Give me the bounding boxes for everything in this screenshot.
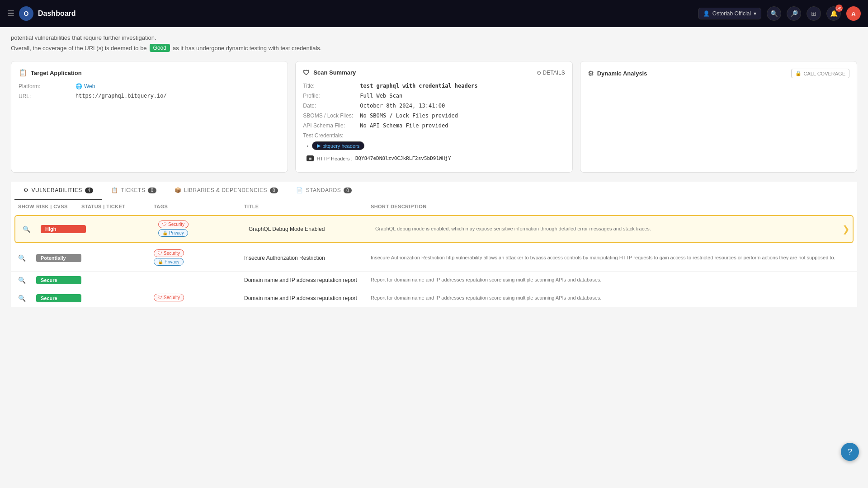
shield-sm4-icon: 🛡 <box>158 295 162 300</box>
row1-search-icon[interactable]: 🔍 <box>23 225 41 233</box>
shield-sm-icon: 🛡 <box>162 222 167 227</box>
tab-standards[interactable]: 📄 STANDARDS 0 <box>287 182 361 200</box>
org-name: Ostorlab Official <box>712 10 751 17</box>
target-app-title: Target Application <box>31 70 82 76</box>
org-icon: 👤 <box>703 10 710 17</box>
http-label: HTTP Headers : <box>316 156 352 161</box>
top-bar-right: 👤 Ostorlab Official ▾ 🔍 🔎 ⊞ 🔔 145 A <box>698 6 861 21</box>
help-button[interactable]: ? <box>841 443 859 461</box>
profile-value: Full Web Scan <box>360 93 402 99</box>
dynamic-analysis-actions: 🔒 CALL COVERAGE <box>791 69 849 78</box>
lock-icon: 🔒 <box>795 70 802 76</box>
tab-tickets-label: TICKETS <box>121 187 145 193</box>
table-row-4[interactable]: 🔍 Secure 🛡 Security Domain name and IP a… <box>11 289 857 307</box>
platform-row: Platform: 🌐 Web <box>19 83 280 89</box>
row1-desc: GraphQL debug mode is enabled, which may… <box>375 225 845 232</box>
top-bar-left: ☰ O Dashboard <box>7 6 76 21</box>
scan-title-value: test graphql with credential headers <box>360 83 477 89</box>
row-arrow-icon: ❯ <box>842 224 850 235</box>
tab-vuln-count: 4 <box>85 188 93 193</box>
table-row-highlighted[interactable]: 🔍 High 🛡 Security 🔒 Privacy GraphQL <box>14 215 854 243</box>
row4-risk: Secure <box>36 294 81 302</box>
row3-search-icon[interactable]: 🔍 <box>18 277 36 284</box>
coverage-status: Good <box>150 44 170 52</box>
dynamic-analysis-card: ⚙ Dynamic Analysis 🔒 CALL COVERAGE <box>580 61 857 173</box>
row4-tag-security: 🛡 Security <box>154 294 184 301</box>
sboms-label: SBOMS / Lock Files: <box>303 113 357 119</box>
col-status: Status | Ticket <box>81 204 154 209</box>
api-label: API Schema File: <box>303 122 357 129</box>
profile-row: Profile: Full Web Scan <box>303 93 565 99</box>
platform-value: 🌐 Web <box>75 83 95 89</box>
tab-tickets[interactable]: 📋 TICKETS 0 <box>102 182 165 200</box>
scan-summary-title: Scan Summary <box>313 69 356 76</box>
date-label: Date: <box>303 103 357 109</box>
row1-risk: High <box>41 225 86 233</box>
table-header: Show Risk | CVSS Status | Ticket Tags Ti… <box>11 200 857 213</box>
table-row-3[interactable]: 🔍 Secure Domain name and IP address repu… <box>11 272 857 289</box>
details-icon: ⊙ <box>537 70 541 76</box>
col-desc: Short description <box>371 204 850 209</box>
row4-search-icon[interactable]: 🔍 <box>18 295 36 302</box>
globe-icon: 🌐 <box>75 83 82 89</box>
search-btn[interactable]: 🔍 <box>767 6 781 21</box>
help-icon: ? <box>848 447 852 457</box>
http-header-row: ■ HTTP Headers : BQY847eDN8lzv0CJkRLF2sv… <box>303 155 565 161</box>
lock-sm-icon: 🔒 <box>162 230 168 235</box>
menu-icon[interactable]: ☰ <box>7 9 14 19</box>
creds-row: Test Credentials: • ▶ bitquery headers ■… <box>303 132 565 161</box>
cards-row: 📋 Target Application Platform: 🌐 Web URL… <box>11 61 857 173</box>
date-row: Date: October 8th 2024, 13:41:00 <box>303 103 565 109</box>
row1-tag-security: 🛡 Security <box>158 221 189 228</box>
row2-risk: Potentially <box>36 254 81 262</box>
tab-standards-label: STANDARDS <box>306 187 341 193</box>
search2-btn[interactable]: 🔎 <box>787 6 801 21</box>
scan-summary-actions: ⊙ DETAILS <box>537 70 565 76</box>
table-row-1: 🔍 High 🛡 Security 🔒 Privacy GraphQL <box>15 216 853 242</box>
libraries-icon: 📦 <box>175 187 182 193</box>
gear-icon: ⚙ <box>588 70 594 78</box>
details-button[interactable]: ⊙ DETAILS <box>537 70 565 76</box>
main-content: potential vulnerabilities that require f… <box>0 27 868 488</box>
tab-libraries-label: LIBRARIES & DEPENDENCIES <box>184 187 267 193</box>
tab-vuln-label: VULNERABILITIES <box>32 187 82 193</box>
row3-desc: Report for domain name and IP addresses … <box>371 277 850 283</box>
row2-tag-privacy: 🔒 Privacy <box>154 258 184 266</box>
row2-search-icon[interactable]: 🔍 <box>18 254 36 262</box>
grid-btn[interactable]: ⊞ <box>807 6 821 21</box>
org-selector[interactable]: 👤 Ostorlab Official ▾ <box>698 8 761 19</box>
tab-libraries-count: 0 <box>270 188 278 193</box>
col-risk: Risk | CVSS <box>36 204 81 209</box>
tag-icon: ▶ <box>317 143 321 149</box>
notifications-btn[interactable]: 🔔 145 <box>826 6 841 21</box>
row2-tag-security: 🛡 Security <box>154 249 184 257</box>
api-row: API Schema File: No API Schema File prov… <box>303 122 565 129</box>
app-logo: O <box>19 6 33 21</box>
creds-label: Test Credentials: <box>303 132 565 139</box>
dynamic-analysis-title: Dynamic Analysis <box>597 70 647 77</box>
http-tag: ■ <box>307 155 314 161</box>
coverage-line: Overall, the coverage of the URL(s) is d… <box>11 44 857 52</box>
table-row-2[interactable]: 🔍 Potentially 🛡 Security 🔒 Privacy Insec… <box>11 245 857 272</box>
tab-libraries[interactable]: 📦 LIBRARIES & DEPENDENCIES 0 <box>165 182 288 200</box>
scan-summary-card: 🛡 Scan Summary ⊙ DETAILS Title: test gra… <box>295 61 572 173</box>
lock-sm2-icon: 🔒 <box>158 259 163 264</box>
row2-desc: Insecure Authorization Restriction http … <box>371 254 850 261</box>
vuln-table: Show Risk | CVSS Status | Ticket Tags Ti… <box>11 200 857 307</box>
tab-vulnerabilities[interactable]: ⚙ VULNERABILITIES 4 <box>14 182 102 200</box>
date-value: October 8th 2024, 13:41:00 <box>360 103 445 109</box>
url-row: URL: https://graphql.bitquery.io/ <box>19 93 280 99</box>
org-chevron-icon: ▾ <box>754 10 756 17</box>
target-app-card: 📋 Target Application Platform: 🌐 Web URL… <box>11 61 288 173</box>
scan-summary-header: 🛡 Scan Summary ⊙ DETAILS <box>303 69 565 76</box>
standards-icon: 📄 <box>296 187 303 193</box>
http-value: BQY847eDN8lzv0CJkRLF2sv5bD91WHjY <box>355 155 451 161</box>
user-avatar[interactable]: A <box>846 6 861 21</box>
coverage-trunc-text: potential vulnerabilities that require f… <box>11 34 156 41</box>
row2-title: Insecure Authorization Restriction <box>244 255 371 261</box>
call-coverage-button[interactable]: 🔒 CALL COVERAGE <box>791 69 849 78</box>
shield-sm2-icon: 🛡 <box>158 251 162 256</box>
shield-icon: 🛡 <box>303 69 310 76</box>
row1-tags: 🛡 Security 🔒 Privacy <box>158 221 249 238</box>
profile-label: Profile: <box>303 93 357 99</box>
